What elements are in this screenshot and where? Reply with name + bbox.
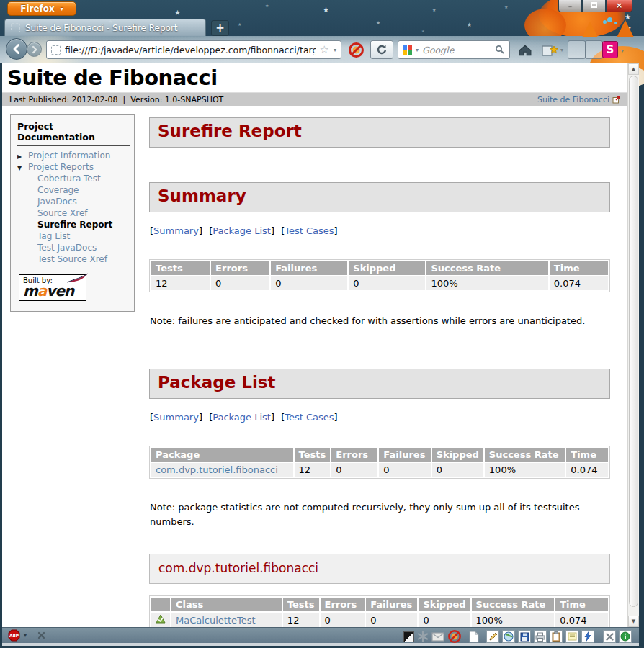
sidebar-link[interactable]: Test JavaDocs: [37, 243, 97, 253]
svg-text:ABP: ABP: [9, 634, 19, 638]
adblock-dropdown-icon[interactable]: ▾: [24, 632, 27, 639]
page-icon[interactable]: [469, 631, 479, 643]
nav-link-summary[interactable]: Summary: [153, 412, 199, 423]
built-by-maven-logo[interactable]: Built by: maven: [19, 274, 86, 301]
sidebar-item-coverage[interactable]: Coverage: [17, 184, 130, 196]
nav-link-summary[interactable]: Summary: [153, 225, 199, 236]
addon-button-2[interactable]: [585, 40, 603, 59]
reload-button[interactable]: [370, 40, 393, 59]
sidebar-item-test-source-xref[interactable]: Test Source Xref: [17, 253, 130, 265]
sidebar-link[interactable]: Project Reports: [28, 162, 94, 172]
stylish-dropdown-icon[interactable]: ▾: [621, 48, 624, 54]
back-button[interactable]: [6, 38, 27, 60]
column-header: Package: [151, 448, 293, 462]
tab-surefire-report[interactable]: Suite de Fibonacci - Surefire Report: [4, 19, 206, 36]
sidebar-link[interactable]: Source Xref: [37, 208, 88, 218]
adblock-plus-icon[interactable]: ABP: [8, 629, 20, 642]
addon-button-1[interactable]: [568, 40, 586, 59]
google-logo-icon: [403, 45, 412, 55]
cell-tests: 12: [295, 463, 331, 477]
scroll-down-button[interactable]: ▼: [628, 616, 639, 627]
tools-icon[interactable]: [603, 630, 616, 643]
urlbar-dropdown-icon[interactable]: ▾: [334, 47, 336, 53]
sidebar-item-source-xref[interactable]: Source Xref: [17, 207, 130, 219]
banner-separator: |: [123, 95, 126, 104]
pencil-icon[interactable]: [486, 630, 499, 643]
column-header: Time: [550, 261, 608, 275]
minimize-button[interactable]: –: [558, 0, 582, 12]
bracket: ]: [199, 225, 202, 236]
vertical-scrollbar[interactable]: ▲ ▼: [627, 63, 639, 627]
bookmark-star-icon[interactable]: ☆: [320, 45, 329, 55]
package-table: Package Tests Errors Failures Skipped Su…: [149, 446, 610, 479]
table-row: com.dvp.tutoriel.fibonacci 12 0 0 0 100%…: [151, 463, 608, 477]
close-button[interactable]: ×: [606, 0, 632, 12]
sidebar-item-test-javadocs[interactable]: Test JavaDocs: [17, 242, 130, 253]
nav-link-test-cases[interactable]: Test Cases: [285, 412, 334, 423]
scrollbar-thumb[interactable]: [629, 76, 638, 607]
globe-icon[interactable]: [502, 630, 515, 643]
report-nav-links: [Summary] [Package List] [Test Cases]: [150, 412, 610, 423]
package-link[interactable]: com.dvp.tutoriel.fibonacci: [156, 464, 278, 475]
url-text[interactable]: file:///D:/javadev/article/developpez.co…: [65, 45, 316, 55]
bookmarks-panel-icon: [542, 44, 560, 57]
project-home-link[interactable]: Suite de Fibonacci: [537, 95, 609, 104]
sidebar-item-project-information[interactable]: ▶ Project Information: [17, 150, 130, 161]
save-icon[interactable]: [518, 630, 531, 643]
cell-errors: 0: [321, 613, 365, 627]
forward-button[interactable]: [27, 42, 42, 57]
sidebar-link[interactable]: Cobertura Test: [37, 174, 101, 184]
collapsed-arrow-icon[interactable]: ▶: [17, 153, 28, 160]
bookmarks-button[interactable]: ▾: [540, 41, 565, 59]
cell-success-rate: 100%: [485, 463, 565, 477]
persona-bubble-decoration: [607, 17, 612, 22]
search-box[interactable]: ▾ Google: [398, 40, 510, 59]
search-input[interactable]: Google: [422, 45, 491, 55]
printer-icon[interactable]: [534, 630, 547, 643]
sidebar: Project Documentation ▶ Project Informat…: [10, 114, 135, 312]
close-statusbar-icon[interactable]: [37, 631, 45, 639]
home-button[interactable]: [516, 41, 535, 59]
sidebar-link[interactable]: JavaDocs: [37, 197, 77, 207]
column-header: Time: [566, 448, 608, 462]
cell-success-rate: 100%: [472, 613, 555, 627]
url-bar[interactable]: file:///D:/javadev/article/developpez.co…: [46, 40, 341, 59]
external-link-icon: [612, 96, 620, 104]
sidebar-link[interactable]: Test Source Xref: [37, 254, 107, 264]
scroll-up-button[interactable]: ▲: [628, 63, 639, 75]
firefox-menu-label: Firefox: [20, 4, 55, 14]
sidebar-item-javadocs[interactable]: JavaDocs: [17, 196, 130, 207]
new-tab-button[interactable]: +: [211, 20, 229, 36]
nav-link-package-list[interactable]: Package List: [213, 225, 271, 236]
sidebar-item-cobertura-test[interactable]: Cobertura Test: [17, 173, 130, 184]
clipboard-icon[interactable]: [550, 630, 563, 643]
flash-block-icon[interactable]: [447, 629, 462, 644]
sidebar-link[interactable]: Tag List: [37, 231, 70, 241]
persona-bubble-decoration: [603, 20, 607, 24]
note-icon[interactable]: [565, 630, 578, 643]
table-row: MaCalculetteTest 12 0 0 0 100% 0.074: [151, 613, 608, 627]
lightning-icon[interactable]: [581, 630, 594, 643]
firefox-menu-button[interactable]: Firefox ▾: [7, 1, 76, 16]
sidebar-item-surefire-report-current: Surefire Report: [17, 219, 130, 230]
sidebar-link[interactable]: Project Information: [28, 150, 110, 161]
restore-button[interactable]: [582, 0, 606, 12]
column-header: Errors: [211, 261, 269, 275]
contrast-addon-icon[interactable]: [403, 631, 414, 642]
nav-link-package-list[interactable]: Package List: [213, 412, 271, 423]
search-engine-dropdown-icon[interactable]: ▾: [416, 47, 419, 53]
expanded-arrow-icon[interactable]: ▼: [17, 165, 28, 171]
stylish-addon-button[interactable]: S: [602, 41, 618, 58]
mail-icon[interactable]: [431, 632, 444, 642]
sidebar-item-tag-list[interactable]: Tag List: [17, 230, 130, 242]
class-link[interactable]: MaCalculetteTest: [176, 615, 256, 626]
nav-link-test-cases[interactable]: Test Cases: [285, 225, 334, 236]
snowflake-addon-icon[interactable]: [417, 631, 429, 642]
adblock-blocked-icon[interactable]: [347, 41, 365, 59]
sidebar-link[interactable]: Coverage: [37, 185, 79, 195]
info-icon[interactable]: [619, 630, 632, 643]
search-icon[interactable]: [495, 45, 505, 55]
summary-note: Note: failures are anticipated and check…: [150, 314, 610, 328]
package-note: Note: package statistics are not compute…: [150, 500, 610, 529]
sidebar-item-project-reports[interactable]: ▼ Project Reports: [17, 161, 130, 173]
